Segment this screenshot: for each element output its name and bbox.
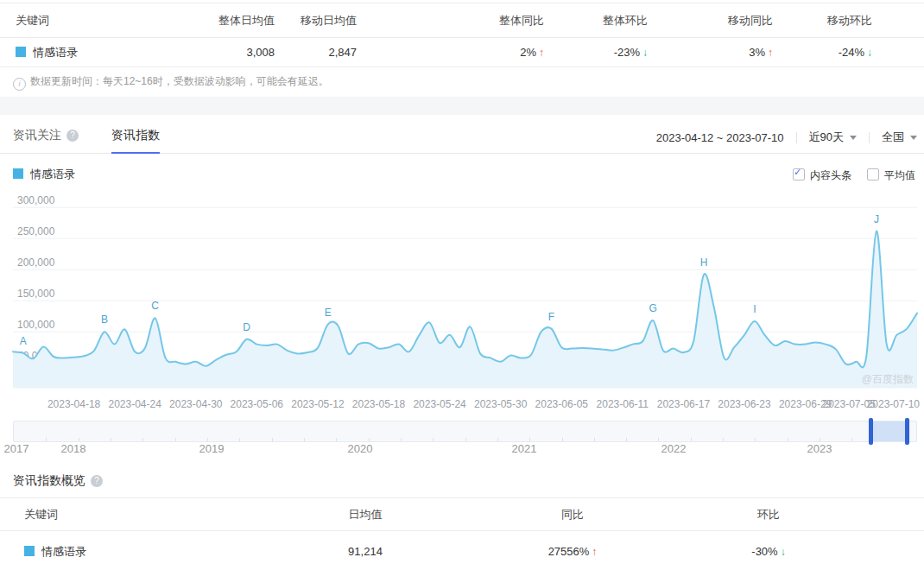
- down-arrow-icon: [642, 47, 648, 59]
- overview-table-header: 关键词 日均值 同比 环比: [0, 497, 924, 531]
- keyword-color-swatch: [16, 47, 26, 57]
- svg-text:300,000: 300,000: [17, 194, 55, 206]
- peak-label-G: G: [649, 302, 656, 314]
- x-axis-label: 2023-06-17: [657, 398, 711, 410]
- chevron-down-icon: [850, 136, 857, 140]
- year-label-2022: 2022: [661, 442, 687, 455]
- slider-handle-right[interactable]: [905, 418, 909, 445]
- x-axis-label: 2023-06-11: [597, 398, 649, 410]
- year-label-2017: 2017: [4, 442, 29, 455]
- keyword-cell: 情感语录: [0, 45, 207, 60]
- col-header-overall-daily-avg: 整体日均值: [207, 13, 285, 28]
- svg-text:200,000: 200,000: [17, 256, 55, 269]
- checkbox-content-headlines[interactable]: 内容头条: [793, 168, 851, 183]
- col-header-yoy: 同比: [515, 507, 630, 522]
- peak-label-H: H: [700, 256, 708, 269]
- summary-table-header: 关键词 整体日均值 移动日均值 整体同比 整体环比 移动同比 移动环比: [0, 3, 924, 38]
- mobile-daily-avg-value: 2,847: [285, 46, 367, 59]
- checkbox-unchecked-icon: [867, 168, 879, 180]
- slider-selection[interactable]: [871, 421, 908, 441]
- x-axis-label: 2023-05-18: [352, 398, 406, 410]
- col-header-mobile-daily-avg: 移动日均值: [285, 13, 367, 28]
- mobile-yoy-value: 3%: [658, 46, 783, 59]
- info-icon: [13, 78, 26, 91]
- tab-news-index[interactable]: 资讯指数: [111, 128, 160, 154]
- overall-yoy-value: 2%: [367, 46, 554, 59]
- region-dropdown[interactable]: 全国: [882, 130, 917, 145]
- x-axis-label: 2023-04-30: [169, 398, 223, 410]
- svg-text:250,000: 250,000: [17, 225, 55, 238]
- peak-label-F: F: [548, 311, 554, 323]
- col-header-mobile-mom: 移动环比: [783, 13, 924, 28]
- checkbox-checked-icon: [793, 168, 805, 180]
- peak-label-J: J: [874, 213, 879, 225]
- peak-label-D: D: [243, 321, 250, 333]
- year-label-2020: 2020: [348, 442, 373, 455]
- tab-label: 资讯指数: [111, 128, 160, 142]
- series-color-swatch: [13, 168, 23, 179]
- summary-table-row: 情感语录 3,008 2,847 2% -23% 3% -24%: [0, 38, 924, 67]
- divider: [796, 132, 797, 143]
- peak-label-I: I: [753, 303, 756, 315]
- overview-table-row: 情感语录 91,214 27556% -30%: [0, 531, 924, 570]
- date-range-picker[interactable]: 2023-04-12 ~ 2023-07-10: [656, 131, 784, 144]
- slider-handle-left[interactable]: [869, 418, 873, 445]
- x-axis-label: 2023-04-18: [47, 398, 101, 410]
- x-axis-label: 2023-05-06: [231, 398, 284, 410]
- x-axis-label: 2023-06-05: [535, 398, 589, 410]
- year-label-2018: 2018: [61, 442, 86, 455]
- peak-label-E: E: [325, 307, 332, 319]
- overview-title: 资讯指数概览: [13, 473, 103, 489]
- chevron-down-icon: [910, 136, 917, 140]
- checkbox-average[interactable]: 平均值: [867, 168, 915, 183]
- tab-bar: 资讯关注 资讯指数 2023-04-12 ~ 2023-07-10 近90天 全…: [0, 121, 924, 154]
- x-axis-label: 2023-04-24: [109, 398, 162, 410]
- series-label: 情感语录: [30, 168, 75, 180]
- year-label-2019: 2019: [199, 442, 225, 455]
- divider: [869, 132, 870, 143]
- col-header-overall-mom: 整体环比: [554, 13, 658, 28]
- baidu-index-page: { "top_table": { "headers": ["关键词", "整体日…: [0, 0, 924, 570]
- year-label-2021: 2021: [512, 442, 537, 455]
- peak-label-B: B: [101, 314, 108, 326]
- yoy-value: 27556%: [515, 545, 630, 558]
- x-axis-label: 2023-07-10: [867, 398, 921, 410]
- series-legend: 情感语录: [13, 167, 75, 182]
- keyword-color-swatch: [24, 546, 35, 556]
- year-label-2023: 2023: [807, 442, 832, 455]
- mobile-mom-value: -24%: [783, 46, 924, 59]
- period-dropdown[interactable]: 近90天: [809, 130, 857, 145]
- peak-label-C: C: [151, 300, 159, 312]
- x-axis-label: 2023-05-30: [474, 398, 528, 410]
- down-arrow-icon: [867, 47, 872, 59]
- tab-label: 资讯关注: [13, 128, 61, 142]
- news-index-trend-chart[interactable]: 50,000100,000150,000200,000250,000300,00…: [0, 194, 924, 415]
- watermark: @百度指数: [862, 373, 914, 385]
- overall-daily-avg-value: 3,008: [207, 46, 285, 59]
- section-separator: [0, 97, 924, 115]
- timeline-year-labels: 2017201820192020202120222023: [0, 442, 924, 458]
- col-header-keyword: 关键词: [0, 13, 207, 28]
- up-arrow-icon: [768, 47, 773, 59]
- chart-controls: 2023-04-12 ~ 2023-07-10 近90天 全国: [656, 130, 917, 145]
- up-arrow-icon: [592, 546, 597, 558]
- help-icon[interactable]: [91, 475, 103, 487]
- col-header-daily-avg: 日均值: [216, 507, 515, 522]
- col-header-keyword: 关键词: [0, 507, 216, 522]
- daily-avg-value: 91,214: [216, 545, 515, 558]
- svg-text:150,000: 150,000: [17, 288, 55, 300]
- keyword-label: 情感语录: [33, 46, 78, 59]
- keyword-cell: 情感语录: [0, 544, 216, 560]
- timeline-slider[interactable]: [13, 421, 917, 442]
- data-update-note: 数据更新时间：每天12~16时，受数据波动影响，可能会有延迟。: [13, 74, 329, 91]
- legend-row: 情感语录 内容头条 平均值: [0, 167, 924, 184]
- mom-value: -30%: [630, 545, 907, 558]
- overview-table: 关键词 日均值 同比 环比 情感语录 91,214 27556% -30%: [0, 497, 924, 570]
- x-axis-label: 2023-06-23: [718, 398, 771, 410]
- help-icon[interactable]: [66, 130, 79, 142]
- col-header-mobile-yoy: 移动同比: [658, 13, 783, 28]
- tab-news-attention[interactable]: 资讯关注: [13, 128, 79, 154]
- keyword-summary-table: 关键词 整体日均值 移动日均值 整体同比 整体环比 移动同比 移动环比 情感语录…: [0, 3, 924, 67]
- x-axis-label: 2023-05-12: [291, 398, 345, 410]
- svg-text:100,000: 100,000: [17, 319, 55, 331]
